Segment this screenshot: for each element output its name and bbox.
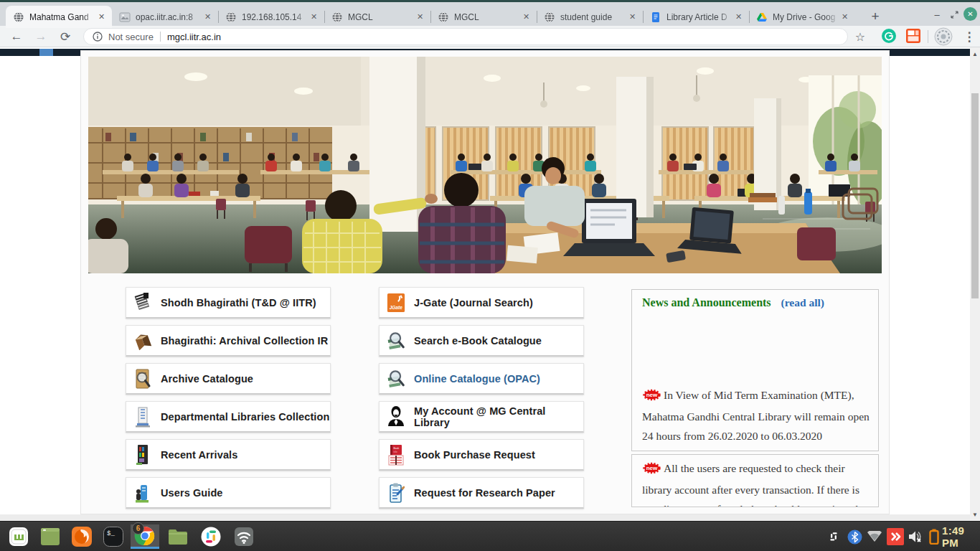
tab-title: Mahatma Gand bbox=[29, 12, 95, 22]
link-label: Shodh Bhagirathi (T&D @ IITR) bbox=[161, 297, 316, 309]
tab-close-icon[interactable]: ✕ bbox=[520, 11, 532, 23]
news-panel-header: News and Announcements (read all) bbox=[631, 289, 879, 316]
web-page: Shodh Bhagirathi (T&D @ IITR) Bhagirathi… bbox=[0, 47, 980, 521]
link-my-account[interactable]: My Account @ MG Central Library bbox=[379, 401, 584, 433]
news-read-all-link[interactable]: (read all) bbox=[781, 296, 824, 309]
new-badge-icon: new bbox=[642, 461, 661, 480]
book-search-icon bbox=[387, 329, 405, 352]
taskbar-clock[interactable]: 1:49 PM bbox=[942, 522, 980, 551]
link-archive-catalogue[interactable]: Archive Catalogue bbox=[126, 363, 331, 395]
red-book-icon: Booktitle bbox=[387, 443, 405, 466]
tab-manager-extension-icon[interactable] bbox=[905, 28, 921, 47]
tab-close-icon[interactable]: ✕ bbox=[308, 11, 320, 23]
chrome-taskbar-button[interactable]: 6 bbox=[131, 524, 159, 549]
tab-mahatma-gandhi[interactable]: Mahatma Gand ✕ bbox=[6, 6, 112, 28]
tab-title: Library Article D bbox=[666, 12, 732, 22]
profile-avatar[interactable] bbox=[934, 27, 953, 49]
globe-favicon bbox=[225, 11, 237, 23]
back-button[interactable]: ← bbox=[7, 27, 26, 46]
news-item-text: In View of Mid Term Examination (MTE), M… bbox=[642, 389, 870, 442]
tab-close-icon[interactable]: ✕ bbox=[732, 11, 745, 23]
volume-muted-tray-icon[interactable] bbox=[905, 526, 925, 547]
battery-tray-icon[interactable] bbox=[925, 526, 943, 547]
tab-close-icon[interactable]: ✕ bbox=[202, 11, 214, 23]
reload-button[interactable]: ⟳ bbox=[56, 27, 75, 46]
grammarly-extension-icon[interactable] bbox=[881, 28, 897, 47]
restore-icon bbox=[951, 11, 958, 19]
link-request-research-paper[interactable]: Request for Research Paper bbox=[379, 477, 584, 509]
tab-student-guide[interactable]: student guide ✕ bbox=[537, 6, 643, 28]
scroll-down-arrow[interactable]: ▼ bbox=[970, 509, 980, 519]
address-bar[interactable]: Not secure mgcl.iitr.ac.in bbox=[83, 28, 848, 45]
link-label: Users Guide bbox=[161, 487, 223, 499]
tab-title: student guide bbox=[560, 12, 626, 22]
page-scrollbar[interactable]: ▲ ▼ bbox=[970, 47, 980, 521]
link-book-purchase[interactable]: Booktitle Book Purchase Request bbox=[379, 439, 584, 471]
tab-mgcl-2[interactable]: MGCL ✕ bbox=[430, 6, 537, 28]
window-minimize-button[interactable]: – bbox=[930, 7, 944, 22]
security-label: Not secure bbox=[108, 32, 154, 42]
link-recent-arrivals[interactable]: Recent Arrivals bbox=[126, 439, 331, 471]
tab-close-icon[interactable]: ✕ bbox=[839, 11, 851, 23]
tab-library-article[interactable]: Library Article D ✕ bbox=[643, 6, 749, 28]
tab-opac[interactable]: opac.iitr.ac.in:8 ✕ bbox=[112, 6, 218, 28]
network-tray-icon[interactable] bbox=[865, 526, 884, 547]
chrome-menu-icon[interactable]: ⋮ bbox=[960, 27, 979, 46]
window-close-button[interactable]: ✕ bbox=[963, 7, 977, 21]
jgate-icon: JGate bbox=[387, 291, 405, 314]
link-label: Online Catalogue (OPAC) bbox=[414, 373, 540, 385]
tab-close-icon[interactable]: ✕ bbox=[626, 11, 639, 23]
terminal-launcher[interactable]: $_ bbox=[99, 524, 128, 549]
tab-close-icon[interactable]: ✕ bbox=[95, 11, 108, 23]
globe-favicon bbox=[13, 11, 24, 23]
tab-my-drive[interactable]: My Drive - Goog ✕ bbox=[749, 6, 855, 28]
link-label: Recent Arrivals bbox=[161, 449, 237, 461]
bookshelf-icon bbox=[133, 443, 152, 466]
url-text: mgcl.iitr.ac.in bbox=[167, 32, 221, 42]
link-users-guide[interactable]: Users Guide bbox=[126, 477, 331, 509]
browser-toolbar: ← → ⟳ Not secure mgcl.iitr.ac.in ☆ ⋮ bbox=[0, 26, 980, 47]
slack-tray-icon[interactable] bbox=[824, 526, 844, 547]
window-restore-button[interactable] bbox=[947, 7, 961, 22]
info-icon[interactable] bbox=[93, 32, 103, 42]
tab-title: My Drive - Goog bbox=[773, 12, 839, 22]
show-desktop-button[interactable] bbox=[36, 524, 65, 549]
globe-favicon bbox=[331, 11, 343, 23]
book-search-icon bbox=[387, 367, 405, 390]
clipboard-pencil-icon bbox=[387, 481, 405, 504]
browser-tab-strip: Mahatma Gand ✕ opac.iitr.ac.in:8 ✕ 192.1… bbox=[0, 0, 980, 26]
svg-text:new: new bbox=[646, 392, 658, 398]
globe-favicon bbox=[438, 11, 449, 23]
firefox-launcher[interactable] bbox=[67, 524, 96, 549]
content-card: Shodh Bhagirathi (T&D @ IITR) Bhagirathi… bbox=[80, 50, 890, 514]
file-manager-launcher[interactable] bbox=[164, 524, 192, 549]
link-label: Departmental Libraries Collection bbox=[161, 411, 329, 423]
link-jgate[interactable]: JGate J-Gate (Journal Search) bbox=[379, 287, 584, 319]
link-bhagirathi-archival[interactable]: Bhagirathi: Archival Collection IR bbox=[126, 325, 331, 357]
tab-ip-address[interactable]: 192.168.105.14 ✕ bbox=[218, 6, 324, 28]
new-tab-button[interactable]: + bbox=[865, 6, 885, 27]
anydesk-tray-icon[interactable] bbox=[885, 526, 905, 547]
wifi-settings-launcher[interactable] bbox=[230, 524, 258, 549]
scroll-up-arrow[interactable]: ▲ bbox=[970, 49, 980, 59]
news-item: newAll the users are requested to check … bbox=[642, 458, 870, 507]
tab-title: MGCL bbox=[348, 12, 414, 22]
slack-launcher[interactable] bbox=[197, 524, 225, 549]
svg-text:Book: Book bbox=[394, 447, 400, 450]
tab-close-icon[interactable]: ✕ bbox=[414, 11, 426, 23]
bluetooth-tray-icon[interactable] bbox=[845, 526, 864, 547]
forward-button[interactable]: → bbox=[32, 27, 50, 46]
bookmark-star-icon[interactable]: ☆ bbox=[851, 27, 870, 46]
link-shodh-bhagirathi[interactable]: Shodh Bhagirathi (T&D @ IITR) bbox=[126, 287, 331, 319]
terminal-glyph: $_ bbox=[107, 530, 115, 537]
link-search-ebook[interactable]: Search e-Book Catalogue bbox=[379, 325, 584, 357]
scrollbar-thumb[interactable] bbox=[971, 93, 979, 298]
tab-title: 192.168.105.14 bbox=[242, 12, 308, 22]
link-label: J-Gate (Journal Search) bbox=[414, 297, 533, 309]
link-label: Request for Research Paper bbox=[414, 487, 555, 499]
link-departmental-libraries[interactable]: Departmental Libraries Collection bbox=[126, 401, 331, 433]
mint-menu-button[interactable] bbox=[4, 524, 33, 549]
news-item-text: All the users are requested to check the… bbox=[642, 462, 866, 507]
link-online-catalogue-opac[interactable]: Online Catalogue (OPAC) bbox=[379, 363, 584, 395]
tab-mgcl-1[interactable]: MGCL ✕ bbox=[324, 6, 430, 28]
